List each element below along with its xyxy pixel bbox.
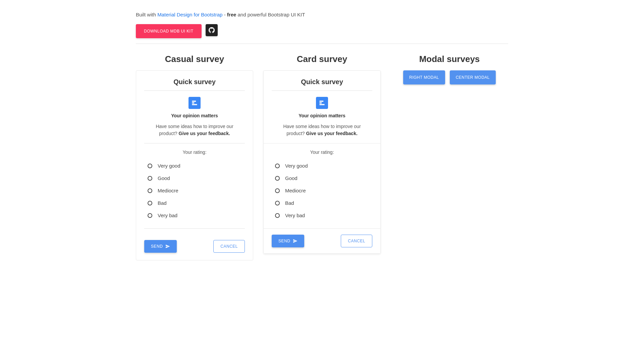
github-icon xyxy=(209,27,215,33)
poll-icon xyxy=(191,100,198,106)
card-title: Card survey xyxy=(263,54,381,64)
intro-dash: - xyxy=(222,12,227,17)
divider xyxy=(272,90,372,91)
center-modal-label: CENTER MODAL xyxy=(456,75,490,80)
option-label: Good xyxy=(158,175,170,181)
cancel-button[interactable]: CANCEL xyxy=(213,240,245,253)
modal-title: Modal surveys xyxy=(391,54,508,64)
radio-icon xyxy=(148,176,152,181)
page-divider xyxy=(136,44,508,44)
option-label: Bad xyxy=(158,200,167,206)
option-item[interactable]: Good xyxy=(148,172,241,184)
option-item[interactable]: Very bad xyxy=(148,209,241,222)
radio-icon xyxy=(275,164,280,168)
download-button[interactable]: DOWNLOAD MDB UI KIT xyxy=(136,24,202,38)
option-item[interactable]: Very bad xyxy=(275,209,369,222)
send-button[interactable]: SEND xyxy=(144,240,177,253)
intro-prefix: Built with xyxy=(136,12,157,17)
radio-icon xyxy=(148,164,152,168)
option-label: Very bad xyxy=(285,213,305,218)
svg-rect-3 xyxy=(320,101,324,102)
survey-desc-1: Have some ideas how to improve our produ… xyxy=(144,123,245,137)
download-label: DOWNLOAD MDB UI KIT xyxy=(144,29,194,34)
option-item[interactable]: Bad xyxy=(275,197,369,209)
right-modal-label: RIGHT MODAL xyxy=(409,75,439,80)
option-label: Bad xyxy=(285,200,294,206)
send-label: SEND xyxy=(278,239,290,243)
option-item[interactable]: Very good xyxy=(275,160,369,172)
option-item[interactable]: Very good xyxy=(148,160,241,172)
cancel-label: CANCEL xyxy=(348,239,365,243)
survey-desc-2: Have some ideas how to improve our produ… xyxy=(272,123,372,137)
radio-icon xyxy=(148,188,152,193)
svg-rect-2 xyxy=(192,104,197,105)
survey-subtitle-1: Your opinion matters xyxy=(144,113,245,118)
option-label: Mediocre xyxy=(285,188,306,193)
card-panel: Quick survey Your opinion matters Have s… xyxy=(263,70,381,254)
rating-label-1: Your rating: xyxy=(144,149,245,155)
radio-icon xyxy=(148,213,152,218)
option-label: Good xyxy=(285,175,298,181)
radio-icon xyxy=(275,213,280,218)
poll-icon xyxy=(319,100,325,106)
option-label: Very good xyxy=(158,163,180,169)
radio-icon xyxy=(275,188,280,193)
svg-rect-0 xyxy=(192,101,196,102)
send-button[interactable]: SEND xyxy=(272,235,304,247)
radio-icon xyxy=(148,201,152,205)
option-item[interactable]: Mediocre xyxy=(148,184,241,197)
intro-suffix: and powerful Bootstrap UI KIT xyxy=(236,12,305,17)
options-list-2: Very good Good Mediocre Bad Very bad xyxy=(272,160,372,222)
github-button[interactable] xyxy=(206,24,218,36)
poll-icon-block xyxy=(316,97,328,109)
option-label: Very bad xyxy=(158,213,177,218)
option-item[interactable]: Mediocre xyxy=(275,184,369,197)
casual-title: Casual survey xyxy=(136,54,253,64)
cancel-button[interactable]: CANCEL xyxy=(341,235,372,247)
desc-bold-2: Give us your feedback. xyxy=(306,131,358,136)
option-item[interactable]: Bad xyxy=(148,197,241,209)
paper-plane-icon xyxy=(293,239,298,243)
survey-title-1: Quick survey xyxy=(144,78,245,86)
divider xyxy=(144,228,245,229)
right-modal-button[interactable]: RIGHT MODAL xyxy=(403,70,445,84)
send-label: SEND xyxy=(151,244,163,249)
survey-title-2: Quick survey xyxy=(272,78,372,86)
rating-label-2: Your rating: xyxy=(272,149,372,155)
option-label: Mediocre xyxy=(158,188,178,193)
intro-text: Built with Material Design for Bootstrap… xyxy=(136,12,508,17)
svg-rect-1 xyxy=(192,102,195,103)
divider xyxy=(144,90,245,91)
radio-icon xyxy=(275,176,280,181)
intro-free: free xyxy=(227,12,236,17)
paper-plane-icon xyxy=(165,244,170,249)
center-modal-button[interactable]: CENTER MODAL xyxy=(450,70,496,84)
svg-rect-4 xyxy=(320,102,322,103)
desc-bold-1: Give us your feedback. xyxy=(179,131,230,136)
options-list-1: Very good Good Mediocre Bad Very bad xyxy=(144,160,245,222)
mdb-link[interactable]: Material Design for Bootstrap xyxy=(157,12,222,17)
option-label: Very good xyxy=(285,163,308,169)
radio-icon xyxy=(275,201,280,205)
divider xyxy=(144,143,245,143)
svg-rect-5 xyxy=(320,104,325,105)
cancel-label: CANCEL xyxy=(220,244,238,249)
casual-panel: Quick survey Your opinion matters Have s… xyxy=(136,70,253,260)
survey-subtitle-2: Your opinion matters xyxy=(272,113,372,118)
poll-icon-block xyxy=(189,97,201,109)
option-item[interactable]: Good xyxy=(275,172,369,184)
